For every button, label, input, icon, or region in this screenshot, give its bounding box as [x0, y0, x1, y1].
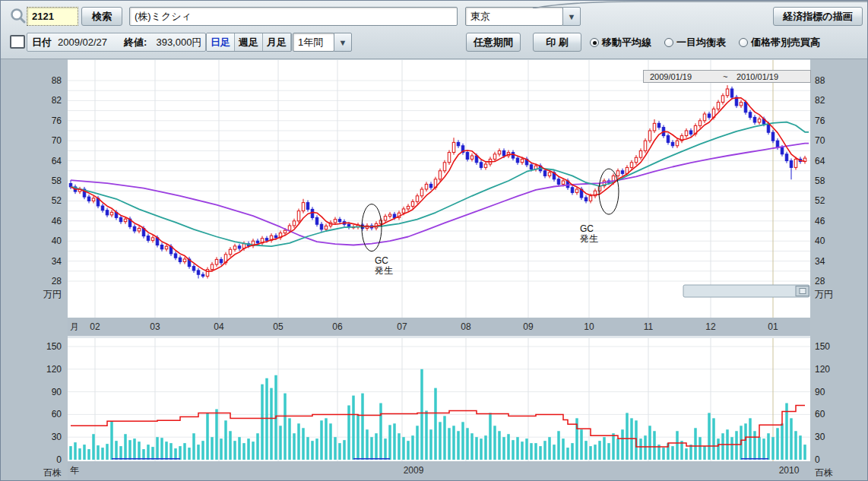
volume-bar: [352, 396, 355, 460]
y-tick-label: 34: [52, 256, 62, 267]
volume-bar: [347, 405, 350, 460]
volume-bar: [644, 435, 647, 460]
volume-bar: [557, 431, 560, 460]
volume-bar: [128, 440, 131, 460]
candle-body: [630, 163, 633, 168]
volume-bar: [124, 434, 127, 460]
volume-bar: [188, 448, 191, 460]
close-value: 393,000円: [156, 36, 201, 49]
candle-body: [466, 153, 469, 160]
candle-body: [584, 198, 588, 201]
volume-bar: [133, 438, 136, 460]
volume-bar: [238, 437, 241, 460]
radio-label: 移動平均線: [602, 36, 651, 49]
volume-bar: [671, 446, 674, 460]
exchange-select[interactable]: 東京 ▼: [465, 7, 581, 26]
candle-body: [220, 259, 223, 262]
y-tick-label: 40: [52, 236, 62, 246]
radio-ichimoku[interactable]: 一目均衡表: [664, 36, 726, 49]
candle-body: [311, 209, 314, 217]
candle-body: [543, 171, 546, 176]
volume-bar: [484, 435, 487, 460]
candle-body: [215, 259, 218, 264]
volume-bar: [429, 429, 432, 460]
economic-indicator-button[interactable]: 経済指標の描画: [773, 7, 863, 26]
radio-icon: [664, 38, 673, 47]
volume-bar: [224, 420, 227, 460]
tab-daily[interactable]: 日足: [207, 33, 235, 51]
y-tick-label: 64: [815, 156, 825, 166]
y-tick-label: 70: [52, 135, 62, 146]
volume-bar: [297, 423, 300, 460]
volume-bar: [553, 445, 556, 460]
radio-volume-by-price[interactable]: 価格帯別売買高: [739, 36, 820, 49]
candle-body: [667, 136, 670, 143]
volume-bar: [502, 437, 505, 460]
volume-bar: [434, 388, 437, 460]
chart-scrollbar[interactable]: [683, 285, 809, 297]
volume-bar: [411, 435, 414, 460]
date-range-separator: ~: [723, 72, 737, 81]
search-button[interactable]: 検索: [81, 7, 122, 26]
candle-body: [758, 119, 761, 122]
candle-body: [621, 171, 624, 174]
candle-body: [644, 141, 647, 150]
volume-bar: [703, 446, 706, 460]
month-label: 09: [523, 321, 534, 332]
volume-bar: [626, 413, 629, 460]
year-label: 2009: [404, 465, 424, 476]
candle-body: [402, 209, 405, 213]
volume-bar: [653, 431, 656, 460]
y-axis-unit: 万円: [43, 289, 62, 299]
candle-body: [480, 163, 483, 168]
candle-body: [639, 150, 642, 157]
candle-body: [470, 156, 474, 159]
stock-code-input[interactable]: [27, 7, 78, 26]
dropdown-arrow-icon[interactable]: ▼: [334, 33, 352, 52]
candle-body: [726, 89, 729, 96]
scrollbar-button-icon[interactable]: [800, 289, 806, 294]
print-button[interactable]: 印 刷: [533, 33, 581, 52]
radio-moving-average[interactable]: 移動平均線: [590, 36, 651, 49]
volume-bar: [525, 438, 528, 460]
candle-body: [420, 189, 423, 196]
stock-name-field[interactable]: [129, 7, 458, 26]
candle-body: [653, 123, 656, 131]
dropdown-arrow-icon[interactable]: ▼: [562, 7, 581, 26]
close-label: 終値:: [124, 36, 147, 49]
candle-body: [334, 220, 337, 223]
candle-body: [717, 103, 720, 109]
tab-monthly[interactable]: 月足: [263, 33, 291, 51]
y-tick-label: 70: [815, 135, 825, 146]
candle-body: [197, 271, 200, 274]
custom-range-button[interactable]: 任意期間: [466, 33, 521, 52]
tab-weekly[interactable]: 週足: [235, 33, 263, 51]
candle-body: [703, 114, 706, 121]
quote-info-panel: 日付 2009/02/27 終値: 393,000円: [27, 33, 206, 52]
volume-bar: [119, 446, 122, 460]
volume-bar: [771, 437, 775, 460]
candle-body: [110, 212, 113, 215]
candle-body: [635, 157, 638, 163]
volume-bar: [160, 438, 163, 460]
window-icon[interactable]: [10, 35, 25, 49]
y-tick-label: 150: [815, 341, 830, 352]
y-tick-label: 64: [52, 156, 62, 166]
month-label: 11: [644, 321, 654, 332]
candle-body: [457, 142, 460, 145]
volume-bar: [379, 403, 382, 460]
candle-body: [429, 184, 432, 187]
candle-body: [790, 161, 793, 168]
volume-bar: [420, 369, 423, 460]
search-icon[interactable]: [9, 8, 27, 28]
candle-body: [530, 165, 533, 169]
volume-bar: [767, 433, 770, 460]
candle-body: [174, 254, 177, 258]
gc-label: GC: [580, 223, 594, 234]
volume-bar: [571, 443, 574, 460]
volume-bar: [507, 434, 510, 460]
y-tick-label: 0: [56, 454, 62, 465]
volume-bar: [443, 416, 446, 460]
volume-bar: [110, 421, 113, 460]
range-select[interactable]: 1年間 ▼: [293, 33, 352, 52]
